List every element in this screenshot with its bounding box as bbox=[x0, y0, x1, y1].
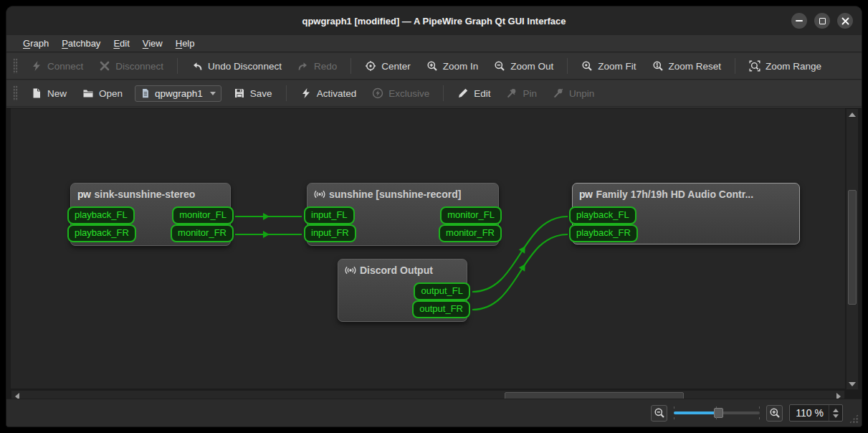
port-playback_FR[interactable]: playback_FR bbox=[569, 224, 638, 242]
port-input_FR[interactable]: input_FR bbox=[304, 224, 356, 242]
menu-view[interactable]: View bbox=[136, 37, 169, 50]
menu-edit[interactable]: Edit bbox=[107, 37, 135, 50]
spinbox-arrows[interactable] bbox=[829, 405, 842, 421]
scroll-up-button[interactable] bbox=[846, 109, 858, 120]
connection-layer bbox=[11, 108, 845, 389]
close-button[interactable] bbox=[837, 13, 853, 29]
stream-icon bbox=[314, 189, 325, 200]
toolbar-separator bbox=[735, 58, 735, 74]
zoom-reset-button[interactable]: Zoom Reset bbox=[644, 57, 730, 75]
window-title: qpwgraph1 [modified] — A PipeWire Graph … bbox=[302, 16, 566, 27]
menu-patchbay[interactable]: Patchbay bbox=[55, 37, 107, 50]
maximize-button[interactable] bbox=[814, 13, 830, 29]
spin-down-icon bbox=[833, 414, 839, 418]
pipewire-icon: pw bbox=[579, 189, 592, 199]
port-output_FR[interactable]: output_FR bbox=[412, 300, 470, 318]
zoom-out-icon bbox=[654, 407, 665, 419]
port-output_FL[interactable]: output_FL bbox=[414, 282, 470, 300]
zoom-out-icon bbox=[494, 60, 505, 72]
menu-graph[interactable]: Graph bbox=[16, 37, 55, 50]
graph-toolbar: Connect Disconnect Undo Disconnect Redo … bbox=[6, 53, 862, 80]
zoom-value: 110 % bbox=[796, 407, 824, 419]
port-monitor_FL[interactable]: monitor_FL bbox=[440, 206, 502, 224]
node-sunshine[interactable]: sunshine [sunshine-record] input_FL inpu… bbox=[307, 183, 499, 246]
zoom-in-icon bbox=[769, 407, 781, 419]
port-monitor_FR[interactable]: monitor_FR bbox=[439, 224, 502, 242]
node-discord-output[interactable]: Discord Output output_FL output_FR bbox=[338, 259, 467, 322]
open-button[interactable]: Open bbox=[75, 84, 130, 103]
arrow-down-icon bbox=[849, 382, 856, 386]
graph-canvas[interactable]: pwsink-sunshine-stereo playback_FL playb… bbox=[11, 108, 845, 389]
statusbar-zoom-in-button[interactable] bbox=[766, 405, 783, 422]
zoom-range-button[interactable]: Zoom Range bbox=[741, 57, 829, 75]
activated-button[interactable]: Activated bbox=[292, 84, 365, 103]
wire-arrow-icon bbox=[519, 262, 528, 272]
wire-arrow-icon bbox=[263, 231, 270, 238]
node-title: Family 17h/19h HD Audio Contr... bbox=[596, 189, 753, 200]
new-file-icon bbox=[31, 87, 42, 99]
document-icon bbox=[140, 88, 151, 98]
port-playback_FL[interactable]: playback_FL bbox=[569, 206, 636, 224]
toolbar-separator bbox=[350, 58, 351, 74]
zoom-slider-handle[interactable] bbox=[714, 408, 723, 418]
pencil-icon bbox=[457, 87, 469, 99]
port-playback_FL[interactable]: playback_FL bbox=[67, 206, 135, 224]
spin-up-icon bbox=[833, 409, 839, 412]
save-icon bbox=[234, 87, 245, 99]
pin-button[interactable]: Pin bbox=[498, 84, 545, 103]
unpin-icon bbox=[553, 87, 564, 99]
patchbay-toolbar: New Open qpwgraph1 Save Activated Exclus… bbox=[6, 80, 862, 107]
zoom-out-button[interactable]: Zoom Out bbox=[486, 57, 561, 75]
node-family-audio-controller[interactable]: pwFamily 17h/19h HD Audio Contr... playb… bbox=[572, 183, 800, 244]
zoom-fit-button[interactable]: Zoom Fit bbox=[573, 57, 644, 75]
exclusive-button[interactable]: Exclusive bbox=[364, 84, 437, 103]
undo-button[interactable]: Undo Disconnect bbox=[183, 57, 290, 75]
zoom-fit-icon bbox=[581, 60, 593, 72]
redo-button[interactable]: Redo bbox=[290, 57, 345, 75]
port-monitor_FL[interactable]: monitor_FL bbox=[172, 206, 234, 224]
pin-icon bbox=[506, 87, 518, 99]
zoom-in-button[interactable]: Zoom In bbox=[419, 57, 487, 75]
menu-bar: Graph Patchbay Edit View Help bbox=[6, 35, 862, 52]
pipewire-icon: pw bbox=[77, 189, 90, 199]
toolbar-drag-handle[interactable] bbox=[13, 58, 18, 74]
minimize-button[interactable] bbox=[791, 13, 807, 29]
toolbar-separator bbox=[177, 58, 178, 74]
save-button[interactable]: Save bbox=[226, 84, 280, 103]
stream-icon bbox=[345, 265, 356, 276]
canvas-frame: pwsink-sunshine-stereo playback_FL playb… bbox=[6, 107, 862, 399]
app-window: qpwgraph1 [modified] — A PipeWire Graph … bbox=[6, 6, 862, 427]
exclusive-bolt-icon bbox=[372, 87, 383, 99]
zoom-in-icon bbox=[426, 60, 438, 72]
port-playback_FR[interactable]: playback_FR bbox=[67, 224, 136, 242]
scroll-down-button[interactable] bbox=[846, 379, 858, 389]
disconnect-icon bbox=[99, 60, 110, 72]
wire-arrow-icon bbox=[519, 244, 528, 254]
menu-help[interactable]: Help bbox=[169, 37, 201, 50]
port-input_FL[interactable]: input_FL bbox=[304, 206, 355, 224]
connect-button[interactable]: Connect bbox=[23, 57, 91, 75]
center-button[interactable]: Center bbox=[357, 57, 419, 75]
resize-grip[interactable] bbox=[849, 414, 859, 424]
statusbar-zoom-out-button[interactable] bbox=[651, 405, 667, 422]
unpin-button[interactable]: Unpin bbox=[545, 84, 602, 103]
vertical-scrollbar-thumb[interactable] bbox=[848, 190, 857, 305]
status-bar: 110 % bbox=[6, 399, 862, 427]
patchbay-combobox[interactable]: qpwgraph1 bbox=[135, 85, 221, 102]
port-monitor_FR[interactable]: monitor_FR bbox=[171, 224, 234, 242]
patchbay-combobox-value: qpwgraph1 bbox=[155, 88, 203, 99]
title-bar[interactable]: qpwgraph1 [modified] — A PipeWire Graph … bbox=[6, 6, 862, 35]
new-button[interactable]: New bbox=[23, 84, 75, 103]
toolbar-drag-handle[interactable] bbox=[13, 85, 18, 101]
edit-button[interactable]: Edit bbox=[449, 84, 498, 103]
vertical-scrollbar[interactable] bbox=[846, 108, 859, 390]
arrow-up-icon bbox=[849, 113, 856, 117]
activated-bolt-icon bbox=[300, 87, 312, 99]
zoom-slider[interactable] bbox=[674, 406, 760, 420]
node-sink-sunshine-stereo[interactable]: pwsink-sunshine-stereo playback_FL playb… bbox=[70, 183, 231, 246]
chevron-down-icon bbox=[210, 92, 216, 95]
disconnect-button[interactable]: Disconnect bbox=[91, 57, 171, 75]
node-title: sink-sunshine-stereo bbox=[94, 189, 195, 200]
zoom-spinbox[interactable]: 110 % bbox=[789, 404, 843, 422]
toolbar-separator bbox=[443, 85, 444, 101]
